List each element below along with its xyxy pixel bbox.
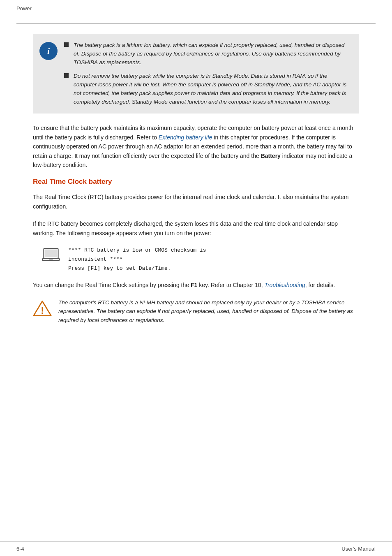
rtc-para3-before: You can change the Real Time Clock setti… (33, 282, 191, 288)
rtc-paragraph-2: If the RTC battery becomes completely di… (33, 219, 359, 238)
bullet-text-2: Do not remove the battery pack while the… (74, 72, 351, 107)
rtc-para3-after: key. Refer to Chapter 10, (197, 282, 264, 288)
rtc-paragraph-3: You can change the Real Time Clock setti… (33, 280, 359, 290)
rtc-paragraph-1: The Real Time Clock (RTC) battery provid… (33, 192, 359, 211)
body-paragraph: To ensure that the battery pack maintain… (33, 123, 359, 169)
rtc-para3-end: , for details. (305, 282, 335, 288)
info-icon: i (39, 42, 58, 60)
top-divider (16, 23, 376, 24)
svg-text:!: ! (41, 305, 44, 316)
document-title: User's Manual (341, 546, 376, 552)
svg-rect-3 (49, 259, 53, 260)
f1-bold: F1 (191, 282, 197, 288)
battery-bold: Battery (261, 153, 281, 159)
info-box: i The battery pack is a lithium ion batt… (33, 34, 359, 114)
code-line-1: **** RTC battery is low or CMOS checksum… (68, 246, 206, 255)
svg-rect-1 (45, 250, 57, 257)
page-footer: 6-4 User's Manual (0, 541, 392, 556)
extending-battery-link[interactable]: Extending battery life (159, 134, 212, 141)
bullet-square-2 (64, 73, 69, 78)
header-title: Power (16, 5, 32, 12)
code-line-3: Press [F1] key to set Date/Time. (68, 264, 206, 273)
info-box-content: The battery pack is a lithium ion batter… (64, 41, 351, 106)
warning-icon: ! (33, 299, 52, 318)
warning-box: ! The computer's RTC battery is a Ni-MH … (33, 298, 359, 325)
code-line-2: inconsistent **** (68, 255, 206, 264)
main-content: i The battery pack is a lithium ion batt… (0, 34, 392, 349)
rtc-section-heading: Real Time Clock battery (33, 178, 359, 186)
bullet-text-1: The battery pack is a lithium ion batter… (74, 41, 351, 67)
troubleshooting-link[interactable]: Troubleshooting (264, 282, 305, 288)
page-container: Power i The battery pack is a lithium io… (0, 0, 392, 556)
code-block-container: **** RTC battery is low or CMOS checksum… (41, 246, 359, 273)
bullet-square-1 (64, 42, 69, 47)
bullet-item-2: Do not remove the battery pack while the… (64, 72, 351, 107)
warning-text: The computer's RTC battery is a Ni-MH ba… (58, 298, 359, 325)
page-header: Power (0, 0, 392, 15)
laptop-icon (41, 248, 61, 263)
page-number: 6-4 (16, 546, 24, 552)
code-block: **** RTC battery is low or CMOS checksum… (68, 246, 206, 273)
info-icon-inner: i (39, 42, 58, 60)
bullet-item: The battery pack is a lithium ion batter… (64, 41, 351, 67)
